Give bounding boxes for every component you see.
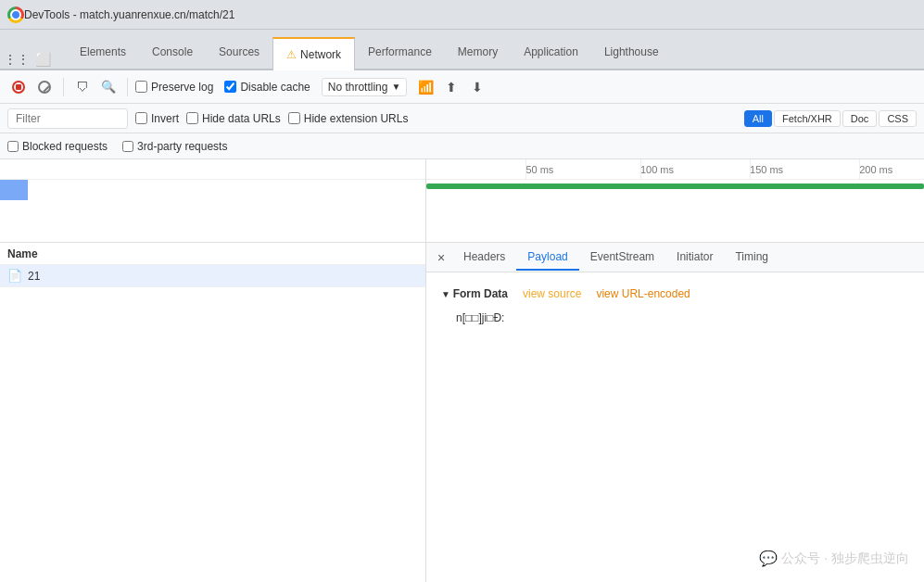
devtools-menu-icon[interactable]: ⋮⋮ xyxy=(7,50,26,69)
view-source-link[interactable]: view source xyxy=(523,287,581,300)
marker-100ms: 100 ms xyxy=(640,164,674,175)
preserve-log-checkbox[interactable] xyxy=(135,81,147,93)
third-party-requests-label[interactable]: 3rd-party requests xyxy=(122,140,227,153)
timeline-bar-area xyxy=(426,180,924,242)
filter-btn-all[interactable]: All xyxy=(744,110,772,127)
disable-cache-checkbox-label[interactable]: Disable cache xyxy=(224,81,310,94)
marker-150ms: 150 ms xyxy=(750,164,783,175)
tab-elements[interactable]: Elements xyxy=(67,35,139,69)
download-icon: ⬇ xyxy=(472,80,483,95)
window-title: DevTools - match.yuanrenxue.cn/match/21 xyxy=(24,8,234,21)
detail-tab-initiator[interactable]: Initiator xyxy=(665,245,724,271)
throttle-select[interactable]: No throttling ▼ xyxy=(322,78,408,96)
chrome-logo-icon xyxy=(7,6,24,23)
blocked-bar: Blocked requests 3rd-party requests xyxy=(0,133,924,159)
blocked-requests-label[interactable]: Blocked requests xyxy=(7,140,108,153)
funnel-icon: ⛉ xyxy=(76,80,89,95)
grid-line-4 xyxy=(859,159,860,179)
detail-content: Form Data view source view URL-encoded n… xyxy=(426,272,924,335)
wechat-icon: 💬 xyxy=(759,550,778,567)
third-party-requests-checkbox[interactable] xyxy=(122,141,133,152)
timeline-right: 50 ms 100 ms 150 ms 200 ms xyxy=(426,159,924,242)
grid-line-3 xyxy=(750,159,751,179)
hide-data-urls-label[interactable]: Hide data URLs xyxy=(186,112,281,125)
tab-sources[interactable]: Sources xyxy=(206,35,272,69)
form-data-row: n[□□]ji□Đ: xyxy=(441,308,909,328)
timeline-green-bar xyxy=(426,183,924,189)
invert-checkbox-label[interactable]: Invert xyxy=(135,112,179,125)
marker-50ms: 50 ms xyxy=(525,164,553,175)
clear-icon xyxy=(38,81,51,94)
main-content: Name 📄 21 × Headers Payload EventStream … xyxy=(0,243,924,582)
filter-btn-doc[interactable]: Doc xyxy=(842,110,878,127)
search-icon: 🔍 xyxy=(101,80,116,94)
tab-console[interactable]: Console xyxy=(139,35,206,69)
network-conditions-button[interactable]: 📶 xyxy=(414,76,437,98)
stop-recording-button[interactable] xyxy=(7,76,30,98)
export-button[interactable]: ⬇ xyxy=(466,76,488,98)
detail-tabs: × Headers Payload EventStream Initiator … xyxy=(426,243,924,272)
filter-button[interactable]: ⛉ xyxy=(71,76,94,98)
warning-icon: ⚠ xyxy=(286,48,297,61)
filter-btn-fetch-xhr[interactable]: Fetch/XHR xyxy=(774,110,841,127)
tab-network[interactable]: ⚠ Network xyxy=(272,37,355,70)
marker-200ms: 200 ms xyxy=(859,164,892,175)
filter-type-buttons: All Fetch/XHR Doc CSS xyxy=(744,110,917,127)
form-data-toggle[interactable]: Form Data xyxy=(441,287,508,300)
hide-ext-urls-checkbox[interactable] xyxy=(288,112,300,124)
disable-cache-checkbox[interactable] xyxy=(224,81,236,93)
close-panel-button[interactable]: × xyxy=(430,247,452,269)
watermark: 💬 公众号 · 独步爬虫逆向 xyxy=(759,550,909,567)
tab-lighthouse[interactable]: Lighthouse xyxy=(591,35,672,69)
timeline-left xyxy=(0,159,426,242)
timeline-blue-bar xyxy=(0,180,28,200)
grid-line-2 xyxy=(640,159,641,179)
dock-icon[interactable]: ⬜ xyxy=(33,50,52,69)
network-toolbar: ⛉ 🔍 Preserve log Disable cache No thrott… xyxy=(0,70,924,104)
upload-icon: ⬆ xyxy=(446,80,457,95)
file-list-header: Name xyxy=(0,243,425,265)
invert-checkbox[interactable] xyxy=(135,112,147,124)
tab-application[interactable]: Application xyxy=(511,35,591,69)
timeline-markers: 50 ms 100 ms 150 ms 200 ms xyxy=(426,159,924,180)
grid-line-1 xyxy=(525,159,526,179)
separator-2 xyxy=(127,78,128,96)
tab-memory[interactable]: Memory xyxy=(445,35,511,69)
preserve-log-checkbox-label[interactable]: Preserve log xyxy=(135,81,213,94)
search-button[interactable]: 🔍 xyxy=(97,76,120,98)
throttle-dropdown-icon: ▼ xyxy=(391,82,400,92)
file-list-item[interactable]: 📄 21 xyxy=(0,265,425,287)
wifi-icon: 📶 xyxy=(418,80,434,95)
filter-bar: Invert Hide data URLs Hide extension URL… xyxy=(0,104,924,133)
timeline-area: 50 ms 100 ms 150 ms 200 ms xyxy=(0,159,924,243)
detail-tab-headers[interactable]: Headers xyxy=(452,245,516,271)
blocked-requests-checkbox[interactable] xyxy=(7,141,19,152)
sidebar-icons: ⋮⋮ ⬜ xyxy=(7,50,52,69)
tab-performance[interactable]: Performance xyxy=(355,35,445,69)
form-data-header: Form Data view source view URL-encoded xyxy=(441,280,909,308)
filter-btn-css[interactable]: CSS xyxy=(879,110,917,127)
file-list: Name 📄 21 xyxy=(0,243,426,582)
separator-1 xyxy=(63,78,64,96)
detail-tab-timing[interactable]: Timing xyxy=(724,245,779,271)
stop-icon xyxy=(12,81,25,94)
detail-panel: × Headers Payload EventStream Initiator … xyxy=(426,243,924,582)
file-icon: 📄 xyxy=(7,269,22,283)
import-button[interactable]: ⬆ xyxy=(440,76,462,98)
detail-tab-eventstream[interactable]: EventStream xyxy=(579,245,665,271)
view-url-encoded-link[interactable]: view URL-encoded xyxy=(596,287,690,300)
hide-ext-urls-label[interactable]: Hide extension URLs xyxy=(288,112,409,125)
filter-input[interactable] xyxy=(7,108,128,129)
tab-bar: ⋮⋮ ⬜ Elements Console Sources ⚠ Network … xyxy=(0,30,924,70)
hide-data-urls-checkbox[interactable] xyxy=(186,112,198,124)
detail-tab-payload[interactable]: Payload xyxy=(516,245,578,271)
clear-button[interactable] xyxy=(33,76,56,98)
title-bar: DevTools - match.yuanrenxue.cn/match/21 xyxy=(0,0,924,30)
